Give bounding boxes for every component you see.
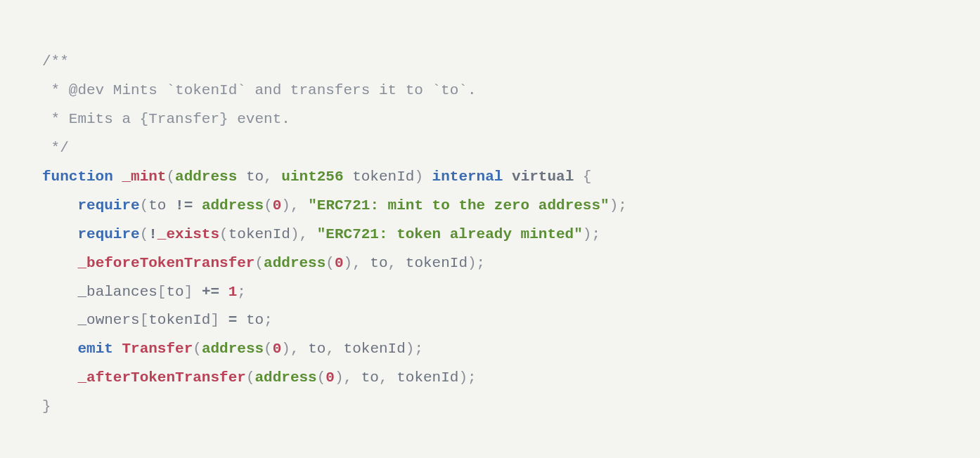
call-address-3: address	[202, 341, 264, 357]
op-assign: =	[228, 312, 238, 328]
call-address-4: address	[254, 369, 316, 386]
ident-to-5: to	[308, 341, 325, 357]
string-mint-zero: "ERC721: mint to the zero address"	[308, 197, 609, 214]
op-pluseq: +=	[202, 284, 219, 300]
fn-name-mint: _mint	[122, 169, 166, 185]
bracket-close-2: ]	[210, 312, 219, 328]
number-zero-3: 0	[273, 341, 282, 357]
ident-tokenId-3: tokenId	[148, 312, 210, 328]
op-ne: !=	[175, 197, 193, 214]
number-one: 1	[228, 284, 238, 300]
semi-7: ;	[468, 369, 477, 386]
keyword-internal: internal	[432, 169, 503, 185]
semi-4: ;	[237, 284, 246, 300]
string-already-minted: "ERC721: token already minted"	[317, 226, 583, 242]
call-require-2: require	[77, 226, 139, 242]
bracket-open-1: [	[157, 284, 167, 300]
comment-line-2: * @dev Mints `tokenId` and transfers it …	[42, 82, 477, 98]
call-address-1: address	[202, 197, 264, 214]
semi-3: ;	[477, 255, 486, 271]
semi-2: ;	[591, 226, 600, 242]
type-uint256: uint256	[281, 169, 343, 185]
comment-line-4: */	[42, 140, 69, 156]
brace-open: {	[583, 169, 592, 185]
semi-5: ;	[264, 312, 273, 328]
keyword-function: function	[42, 169, 113, 185]
comma: ,	[264, 169, 273, 185]
ident-tokenId-1: tokenId	[228, 226, 290, 242]
code-block: /** * @dev Mints `tokenId` and transfers…	[42, 48, 938, 421]
ident-to-4: to	[246, 312, 264, 328]
ident-tokenId-4: tokenId	[344, 341, 406, 357]
number-zero-1: 0	[273, 197, 282, 214]
number-zero-2: 0	[335, 255, 344, 271]
semi-6: ;	[414, 341, 423, 357]
call-address-2: address	[264, 255, 325, 271]
brace-close: }	[42, 398, 51, 414]
ident-to: to	[148, 197, 166, 214]
call-after-token-transfer: _afterTokenTransfer	[77, 369, 245, 386]
call-exists: _exists	[157, 226, 219, 242]
semi-1: ;	[618, 197, 627, 214]
member-owners: _owners	[77, 312, 139, 328]
member-balances: _balances	[77, 284, 157, 300]
type-address: address	[175, 169, 237, 185]
ident-tokenId-5: tokenId	[396, 369, 458, 386]
number-zero-4: 0	[325, 369, 335, 386]
call-transfer: Transfer	[122, 341, 193, 357]
bracket-close-1: ]	[184, 284, 193, 300]
paren-open: (	[166, 169, 175, 185]
comment-line-1: /**	[42, 53, 69, 70]
ident-tokenId-2: tokenId	[406, 255, 468, 271]
paren-close: )	[414, 169, 423, 185]
keyword-virtual: virtual	[512, 169, 574, 185]
ident-to-6: to	[361, 369, 379, 386]
ident-to-2: to	[370, 255, 387, 271]
ident-to-3: to	[166, 284, 183, 300]
op-not: !	[148, 226, 157, 242]
param-tokenId: tokenId	[352, 169, 414, 185]
comment-line-3: * Emits a {Transfer} event.	[42, 111, 290, 127]
call-before-token-transfer: _beforeTokenTransfer	[77, 255, 254, 271]
call-require-1: require	[77, 197, 139, 214]
keyword-emit: emit	[77, 341, 112, 357]
param-to: to	[246, 169, 264, 185]
bracket-open-2: [	[140, 312, 149, 328]
